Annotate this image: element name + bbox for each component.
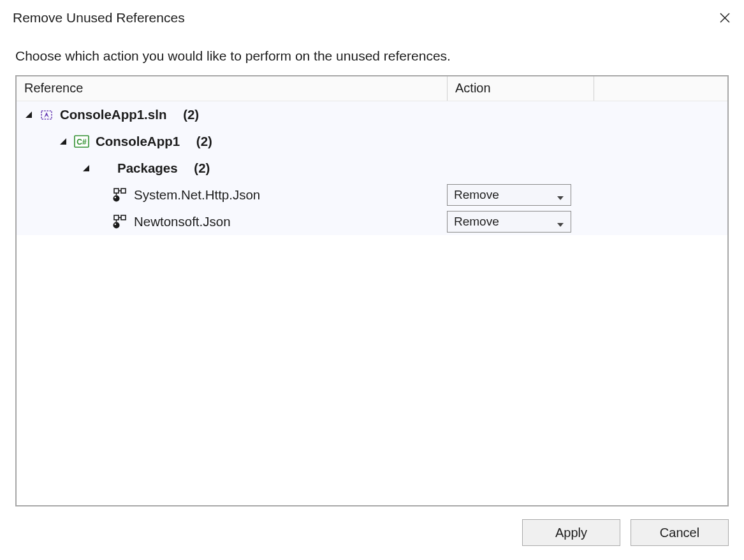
chevron-down-icon — [557, 191, 564, 199]
dialog-title: Remove Unused References — [13, 10, 185, 25]
references-grid: Reference Action — [15, 75, 729, 506]
remove-unused-references-dialog: Remove Unused References Choose which ac… — [0, 0, 744, 560]
solution-name: ConsoleApp1.sln — [60, 107, 166, 122]
tree-row-package[interactable]: System.Net.Http.Json Remove — [17, 182, 727, 208]
dialog-instructions: Choose which action you would like to pe… — [0, 31, 744, 75]
column-header-spacer — [594, 76, 727, 101]
chevron-down-icon — [557, 218, 564, 226]
tree-row-project[interactable]: C# ConsoleApp1 (2) — [17, 128, 727, 155]
package-name: Newtonsoft.Json — [134, 214, 231, 229]
csharp-project-icon: C# — [74, 135, 89, 148]
column-header-reference[interactable]: Reference — [17, 76, 447, 101]
svg-marker-7 — [83, 165, 89, 171]
column-header-action[interactable]: Action — [447, 76, 594, 101]
solution-count: (2) — [183, 107, 199, 122]
cancel-button[interactable]: Cancel — [631, 519, 729, 546]
tree-row-package[interactable]: Newtonsoft.Json Remove — [17, 208, 727, 235]
svg-marker-4 — [60, 138, 66, 145]
package-name: System.Net.Http.Json — [134, 187, 260, 203]
svg-rect-8 — [114, 189, 119, 193]
titlebar: Remove Unused References — [0, 0, 744, 31]
project-count: (2) — [196, 134, 212, 149]
tree-region: ConsoleApp1.sln (2) — [17, 101, 727, 235]
chevron-down-icon[interactable] — [24, 110, 33, 119]
action-select[interactable]: Remove — [447, 211, 571, 233]
close-icon — [718, 11, 731, 24]
action-select[interactable]: Remove — [447, 184, 571, 206]
svg-point-19 — [113, 222, 120, 229]
svg-point-12 — [113, 196, 120, 202]
action-select-value: Remove — [454, 188, 499, 202]
tree-row-packages-group[interactable]: Packages (2) — [17, 155, 727, 182]
action-select-value: Remove — [454, 215, 499, 229]
packages-group-name: Packages — [117, 161, 178, 176]
svg-rect-15 — [114, 215, 119, 220]
svg-point-13 — [115, 197, 116, 198]
svg-point-20 — [115, 224, 116, 225]
grid-header: Reference Action — [17, 76, 727, 101]
svg-marker-21 — [557, 223, 564, 227]
svg-marker-14 — [557, 196, 564, 200]
dialog-footer: Apply Cancel — [0, 519, 744, 560]
svg-text:C#: C# — [77, 138, 87, 147]
package-icon — [112, 214, 128, 229]
svg-marker-2 — [26, 111, 32, 118]
apply-button[interactable]: Apply — [522, 519, 620, 546]
chevron-down-icon[interactable] — [59, 137, 68, 146]
packages-group-count: (2) — [194, 161, 210, 176]
svg-rect-9 — [121, 189, 126, 193]
close-button[interactable] — [716, 9, 734, 27]
grid-body: ConsoleApp1.sln (2) — [17, 101, 727, 505]
tree-row-solution[interactable]: ConsoleApp1.sln (2) — [17, 101, 727, 128]
svg-rect-16 — [121, 215, 126, 220]
chevron-down-icon[interactable] — [82, 164, 91, 173]
project-name: ConsoleApp1 — [96, 134, 180, 149]
solution-icon — [40, 108, 54, 122]
package-icon — [112, 187, 128, 203]
